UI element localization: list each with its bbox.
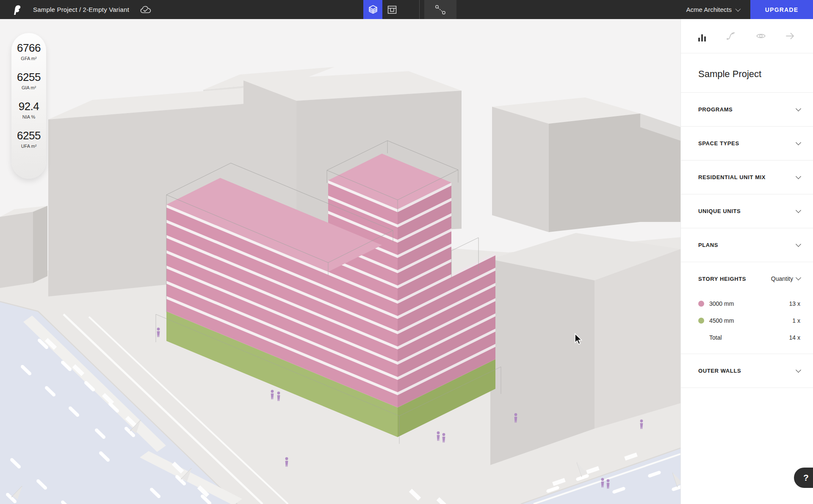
metric-gia: 6255 GIA m² (17, 71, 41, 90)
chevron-down-icon (796, 106, 801, 111)
metric-value: 92.4 (19, 100, 39, 113)
section-outer-walls[interactable]: OUTER WALLS (681, 354, 813, 388)
story-height-row-3000[interactable]: 3000 mm 13 x (698, 295, 800, 312)
view-3d-button[interactable] (363, 0, 382, 19)
metrics-pill: 6766 GFA m² 6255 GIA m² 92.4 NIA % 6255 … (11, 33, 46, 179)
metric-gfa: 6766 GFA m² (17, 42, 41, 61)
metric-value: 6766 (17, 42, 41, 55)
story-height-row-4500[interactable]: 4500 mm 1 x (698, 312, 800, 329)
story-height-total-row: Total 14 x (698, 329, 800, 346)
3d-stack-icon (368, 4, 379, 15)
chevron-down-icon (796, 367, 801, 373)
chevron-down-icon (796, 208, 801, 213)
metric-value: 6255 (17, 129, 41, 142)
metric-label: GFA m² (17, 56, 41, 61)
section-unique-units[interactable]: UNIQUE UNITS (681, 194, 813, 228)
bar-chart-icon[interactable] (697, 30, 708, 42)
right-sidebar: Sample Project PROGRAMS SPACE TYPES RESI… (680, 19, 813, 504)
chevron-down-icon (796, 275, 801, 280)
app-window: Sample Project / 2-Empty Variant (0, 0, 813, 504)
3d-scene[interactable] (0, 19, 680, 504)
chevron-down-icon (796, 140, 801, 145)
eye-icon[interactable] (755, 30, 766, 42)
project-title-row: Sample Project (681, 53, 813, 93)
story-heights-sort-dropdown[interactable]: Quantity (771, 275, 800, 282)
chevron-down-icon (736, 6, 741, 12)
section-plans[interactable]: PLANS (681, 228, 813, 262)
sidebar-toolbar (681, 19, 813, 53)
section-space-types[interactable]: SPACE TYPES (681, 127, 813, 161)
plan-frame-icon (387, 5, 397, 15)
metric-nia: 92.4 NIA % (19, 100, 39, 119)
help-label: ? (803, 473, 809, 483)
arrow-right-icon[interactable] (785, 30, 796, 42)
color-dot-green (698, 318, 704, 324)
help-button[interactable]: ? (794, 468, 813, 488)
metric-label: NIA % (19, 114, 39, 119)
metric-label: GIA m² (17, 85, 41, 90)
top-bar: Sample Project / 2-Empty Variant (0, 0, 813, 19)
upgrade-button[interactable]: UPGRADE (750, 0, 813, 19)
metric-value: 6255 (17, 71, 41, 84)
measure-dotted-line-icon (433, 3, 448, 16)
3d-viewport[interactable] (0, 19, 680, 504)
section-programs[interactable]: PROGRAMS (681, 93, 813, 127)
cloud-sync-icon (140, 6, 151, 14)
finch-logo-icon[interactable] (12, 4, 21, 15)
color-dot-pink (698, 301, 704, 307)
metric-ufa: 6255 UFA m² (17, 129, 41, 149)
org-name: Acme Architects (686, 6, 732, 13)
story-heights-label: STORY HEIGHTS (698, 276, 746, 282)
breadcrumb: Sample Project / 2-Empty Variant (33, 6, 129, 13)
section-residential-unit-mix[interactable]: RESIDENTIAL UNIT MIX (681, 161, 813, 194)
org-switcher[interactable]: Acme Architects (686, 6, 739, 13)
measure-tool-button[interactable] (424, 0, 456, 19)
spline-nodes-icon[interactable] (726, 30, 737, 42)
chevron-down-icon (796, 241, 801, 247)
view-plan-button[interactable] (382, 0, 401, 19)
metric-label: UFA m² (17, 144, 41, 149)
chevron-down-icon (796, 174, 801, 179)
project-title: Sample Project (698, 69, 761, 80)
section-story-heights: STORY HEIGHTS Quantity 3000 mm 13 x 4500… (681, 262, 813, 354)
topbar-separator (419, 0, 420, 19)
